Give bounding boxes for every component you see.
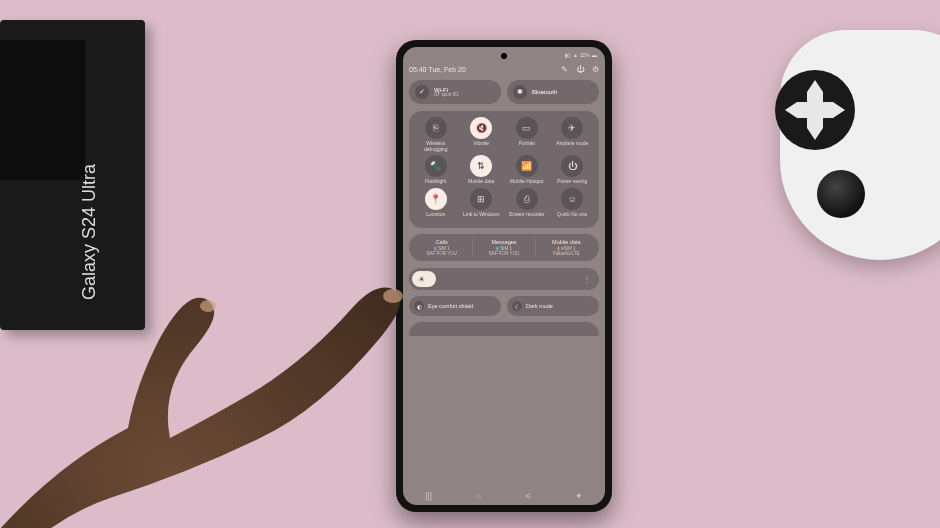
moon-icon: ☾ [512,301,522,311]
qs-tile-label: Wireless debugging [416,141,456,152]
qs-tile-icon: ⊞ [470,188,492,210]
wifi-pill[interactable]: ✓ Wi-Fi GT sport 5G [409,80,501,104]
wifi-icon: ▲ [573,52,578,58]
qs-tile-quick-no-one[interactable]: ☺Quick No one [552,188,592,218]
brightness-more-icon[interactable]: ⋮ [583,275,591,284]
qs-tile-icon: ▭ [516,117,538,139]
qs-tile-label: Link to Windows [463,212,499,218]
game-controller [765,30,940,270]
qs-tile-vibrate[interactable]: 🔇Vibrate [461,117,501,152]
svg-point-1 [200,300,216,312]
qs-tile-wireless-debugging[interactable]: ⎘Wireless debugging [416,117,456,152]
nav-home-icon[interactable]: ○ [476,491,481,501]
notification-peek[interactable] [409,322,599,336]
qs-tile-power-saving[interactable]: ⏻Power saving [552,155,592,185]
qs-tile-label: Power saving [557,179,587,185]
bluetooth-pill-icon: ✱ [513,85,527,99]
qs-tile-label: Location [426,212,445,218]
product-box-label: Galaxy S24 Ultra [79,164,100,300]
quick-tiles-panel: ⎘Wireless debugging🔇Vibrate▭Portrait✈Air… [409,111,599,228]
sim-messages[interactable]: Messages ▮ SIM 1 SAF FOR YOU [472,239,534,256]
qs-tile-icon: 📍 [425,188,447,210]
qs-tile-icon: ✈ [561,117,583,139]
battery-icon: ▬ [592,52,597,58]
date-text: Tue, Feb 20 [428,66,466,73]
bluetooth-pill[interactable]: ✱ Bluetooth [507,80,599,104]
qs-tile-label: Portrait [519,141,535,147]
bluetooth-pill-label: Bluetooth [532,89,557,95]
nav-back-icon[interactable]: < [526,491,531,501]
qs-tile-mobile-hotspot[interactable]: 📶Mobile Hotspot [507,155,547,185]
qs-tile-icon: ⏻ [561,155,583,177]
qs-tile-screen-recorder[interactable]: ⎙Screen recorder [507,188,547,218]
qs-tile-label: Mobile data [468,179,494,185]
brightness-slider[interactable]: ☀ ⋮ [409,268,599,290]
qs-tile-link-to-windows[interactable]: ⊞Link to Windows [461,188,501,218]
qs-tile-icon: ⎙ [516,188,538,210]
qs-tile-airplane-mode[interactable]: ✈Airplane mode [552,117,592,152]
eye-icon: ◐ [414,301,424,311]
nav-recent-icon[interactable]: ||| [425,491,432,501]
qs-tile-label: Mobile Hotspot [510,179,543,185]
qs-tile-label: Screen recorder [509,212,545,218]
qs-tile-icon: ☺ [561,188,583,210]
sim-mobile-data[interactable]: Mobile data ▮ eSIM 1 Faiba4G/LTE [535,239,597,256]
dark-mode-button[interactable]: ☾ Dark mode [507,296,599,316]
battery-text: 32% [580,52,590,58]
qs-tile-label: Airplane mode [556,141,588,147]
qs-tile-icon: 🔇 [470,117,492,139]
wifi-pill-sub: GT sport 5G [434,93,459,98]
qs-tile-icon: 🔦 [425,155,447,177]
qs-tile-icon: ⎘ [425,117,447,139]
edit-icon[interactable]: ✎ [561,65,568,74]
clock-text: 05:40 [409,66,427,73]
dpad-icon [775,70,855,150]
signal-icon: ▮▯ [565,52,571,58]
nav-assist-icon[interactable]: ✦ [575,491,583,501]
brightness-icon: ☀ [418,275,425,284]
qs-tile-label: Vibrate [473,141,489,147]
front-camera-icon [501,53,507,59]
sim-calls[interactable]: Calls ▮ SIM 1 SAF FOR YOU [411,239,472,256]
wifi-pill-icon: ✓ [415,85,429,99]
qs-tile-flashlight[interactable]: 🔦Flashlight [416,155,456,185]
power-icon[interactable]: ⏻ [576,65,584,74]
sim-manager-card[interactable]: Calls ▮ SIM 1 SAF FOR YOU Messages ▮ SIM… [409,234,599,261]
product-box-art [0,40,85,180]
qs-header: 05:40 Tue, Feb 20 ✎ ⏻ ⚙ [409,63,599,75]
qs-tile-label: Quick No one [557,212,587,218]
qs-tile-icon: 📶 [516,155,538,177]
eye-comfort-button[interactable]: ◐ Eye comfort shield [409,296,501,316]
qs-tile-location[interactable]: 📍Location [416,188,456,218]
qs-tile-portrait[interactable]: ▭Portrait [507,117,547,152]
qs-tile-label: Flashlight [425,179,446,185]
settings-icon[interactable]: ⚙ [592,65,599,74]
product-box: Galaxy S24 Ultra [0,20,145,330]
thumbstick-icon [817,170,865,218]
qs-tile-icon: ⇅ [470,155,492,177]
qs-tile-mobile-data[interactable]: ⇅Mobile data [461,155,501,185]
phone-screen[interactable]: ▮▯ ▲ 32% ▬ 05:40 Tue, Feb 20 ✎ ⏻ ⚙ ✓ Wi-… [403,47,605,505]
phone-frame: ▮▯ ▲ 32% ▬ 05:40 Tue, Feb 20 ✎ ⏻ ⚙ ✓ Wi-… [396,40,612,512]
nav-bar: ||| ○ < ✦ [403,491,605,501]
